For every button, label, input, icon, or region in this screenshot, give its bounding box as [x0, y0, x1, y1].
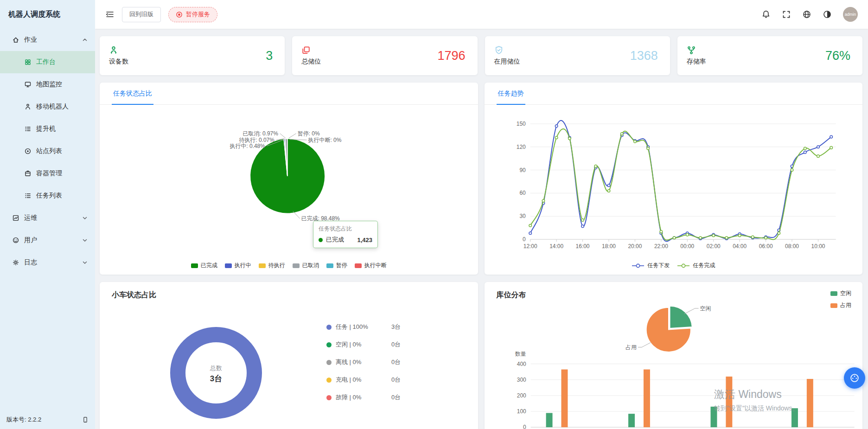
home-icon — [12, 36, 19, 44]
stop-icon — [176, 11, 183, 18]
monitor-icon — [24, 81, 32, 88]
language-globe-icon[interactable] — [802, 10, 811, 19]
sidebar: 机器人调度系统 作业 工作台 地图监控 移动机器人 提升机 — [0, 0, 95, 429]
svg-text:已取消: 0.97%: 已取消: 0.97% — [243, 130, 278, 137]
legend-chip — [326, 263, 333, 268]
legend-chip — [225, 263, 232, 268]
target-icon — [24, 147, 32, 155]
notification-bell-icon[interactable] — [761, 10, 771, 19]
back-to-old-button[interactable]: 回到旧版 — [122, 7, 161, 22]
legend-item-已完成[interactable]: 已完成 — [191, 262, 217, 269]
svg-text:18:00: 18:00 — [602, 243, 616, 250]
sidebar-item-container-mgmt[interactable]: 容器管理 — [0, 162, 95, 185]
sidebar-item-workbench[interactable]: 工作台 — [0, 51, 95, 73]
svg-text:150: 150 — [516, 121, 525, 127]
legend-item-已取消[interactable]: 已取消 — [293, 262, 319, 269]
user-avatar[interactable]: admin — [843, 7, 858, 22]
cart-legend-row-任务[interactable]: 任务 | 100%3台 — [326, 323, 401, 331]
svg-text:20:00: 20:00 — [628, 243, 642, 250]
sidebar-item-station-list[interactable]: 站点列表 — [0, 140, 95, 162]
chart-icon — [12, 214, 19, 222]
legend-item-执行中断[interactable]: 执行中断 — [355, 262, 387, 269]
svg-text:400: 400 — [517, 361, 526, 367]
container-icon — [24, 170, 32, 177]
legend-chip — [191, 263, 198, 268]
legend-chip — [830, 303, 837, 308]
sidebar-item-lifter[interactable]: 提升机 — [0, 118, 95, 140]
cart-legend-row-故障[interactable]: 故障 | 0%0台 — [326, 393, 401, 402]
charts-row-2: 小车状态占比 总数3台 任务 | 100%3台空闲 | 0%0台离线 | 0%0… — [100, 282, 862, 429]
sidebar-item-label: 站点列表 — [36, 147, 62, 155]
mobile-phone-icon[interactable] — [82, 416, 89, 423]
tab-task-status-ratio[interactable]: 任务状态占比 — [112, 83, 153, 105]
dashboard-content: 设备数 3 总储位 1796 在用储位 1368 — [95, 29, 868, 429]
cart-status-title: 小车状态占比 — [100, 282, 478, 303]
task-status-legend: 已完成执行中待执行已取消暂停执行中断 — [100, 262, 478, 269]
svg-text:60: 60 — [519, 190, 526, 196]
legend-item-任务下发[interactable]: 任务下发 — [632, 262, 670, 269]
legend-item-执行中[interactable]: 执行中 — [225, 262, 251, 269]
numbered-list-icon — [24, 125, 32, 133]
svg-text:3台: 3台 — [210, 374, 222, 383]
main-area: 回到旧版 暂停服务 admin — [95, 0, 868, 429]
svg-text:200: 200 — [517, 392, 526, 399]
legend-item-待执行[interactable]: 待执行 — [259, 262, 285, 269]
sidebar-item-map-monitor[interactable]: 地图监控 — [0, 73, 95, 96]
legend-item-占用[interactable]: 占用 — [830, 301, 851, 309]
cart-legend-row-空闲[interactable]: 空闲 | 0%0台 — [326, 340, 401, 349]
panel-task-status: 任务状态占比 已完成: 98.48%执行中: 0.48%待执行: 0.07%已取… — [100, 83, 478, 275]
sidebar-item-mobile-robot[interactable]: 移动机器人 — [0, 96, 95, 118]
task-trend-line-chart: 030609012015012:0014:0016:0018:0020:0022… — [485, 105, 863, 258]
cart-status-donut-chart: 总数3台 — [160, 317, 272, 429]
svg-text:0: 0 — [523, 236, 526, 243]
stat-card-devices: 设备数 3 — [100, 36, 285, 75]
sidebar-item-task-list[interactable]: 任务列表 — [0, 185, 95, 207]
tab-task-trend[interactable]: 任务趋势 — [497, 83, 525, 105]
legend-dot — [326, 378, 332, 383]
app-root: 机器人调度系统 作业 工作台 地图监控 移动机器人 提升机 — [0, 0, 868, 429]
legend-chip — [259, 263, 266, 268]
cart-legend-row-充电[interactable]: 充电 | 0%0台 — [326, 376, 401, 384]
panel-task-trend: 任务趋势 030609012015012:0014:0016:0018:0020… — [485, 83, 863, 275]
robot-icon — [24, 103, 32, 110]
svg-text:14:00: 14:00 — [549, 243, 563, 250]
storage-legend: 空闲占用 — [830, 289, 851, 309]
sidebar-group-label: 日志 — [24, 258, 37, 267]
svg-text:30: 30 — [519, 213, 526, 219]
storage-title: 库位分布 — [485, 282, 863, 303]
panel-storage-distribution: 库位分布 空闲占用 空闲占用数量4003002001000 — [485, 282, 863, 429]
cart-legend-row-离线[interactable]: 离线 | 0%0台 — [326, 358, 401, 366]
collapse-menu-icon[interactable] — [105, 10, 115, 19]
panel-task-trend-tabs: 任务趋势 — [485, 83, 863, 105]
legend-dot — [326, 395, 332, 400]
fullscreen-icon[interactable] — [782, 10, 791, 19]
svg-text:空闲: 空闲 — [700, 305, 711, 312]
sidebar-item-label: 移动机器人 — [36, 102, 69, 111]
legend-item-空闲[interactable]: 空闲 — [830, 289, 851, 297]
version-label: 版本号: 2.2.2 — [6, 416, 41, 424]
svg-text:暂停: 0%: 暂停: 0% — [298, 130, 320, 137]
stat-label: 存储率 — [687, 58, 706, 66]
tooltip-series-label: 已完成 — [326, 236, 344, 244]
theme-settings-float-button[interactable] — [844, 367, 865, 389]
stat-value: 1368 — [630, 49, 658, 63]
sidebar-item-label: 容器管理 — [36, 169, 62, 178]
sidebar-group-logs[interactable]: 日志 — [0, 251, 95, 274]
sidebar-group-users[interactable]: 用户 — [0, 229, 95, 251]
sidebar-group-jobs[interactable]: 作业 — [0, 29, 95, 51]
svg-text:06:00: 06:00 — [759, 243, 772, 250]
list-icon — [24, 192, 32, 199]
tooltip-value: 1,423 — [357, 237, 372, 243]
theme-toggle-icon[interactable] — [823, 10, 832, 19]
legend-item-任务完成[interactable]: 任务完成 — [677, 262, 715, 269]
stats-row: 设备数 3 总储位 1796 在用储位 1368 — [100, 36, 862, 75]
svg-text:100: 100 — [517, 408, 526, 415]
cart-status-legend: 任务 | 100%3台空闲 | 0%0台离线 | 0%0台充电 | 0%0台故障… — [326, 323, 401, 402]
sidebar-group-ops[interactable]: 运维 — [0, 207, 95, 229]
pause-service-button[interactable]: 暂停服务 — [168, 7, 217, 22]
grid-icon — [24, 58, 32, 66]
svg-text:02:00: 02:00 — [706, 243, 720, 250]
legend-item-暂停[interactable]: 暂停 — [326, 262, 347, 269]
svg-text:10:00: 10:00 — [811, 243, 825, 250]
stat-value: 76% — [825, 49, 850, 63]
